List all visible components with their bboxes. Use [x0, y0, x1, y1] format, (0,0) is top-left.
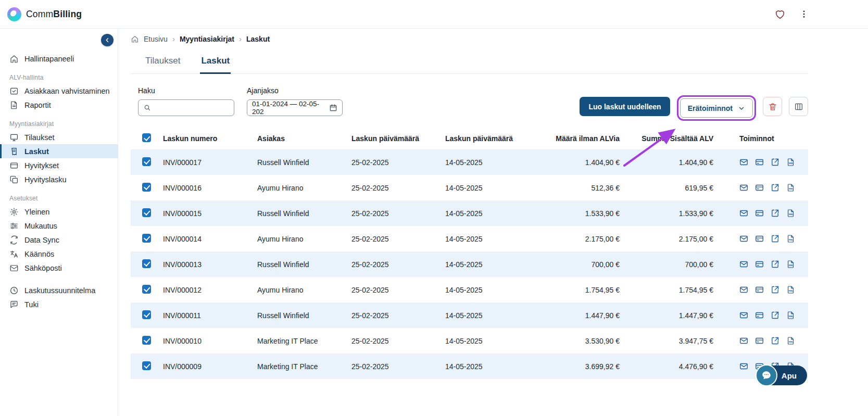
- delete-selected-button[interactable]: [763, 97, 782, 116]
- date-range-value: 01-01-2024 — 02-05-202: [252, 100, 326, 116]
- chat-bubble-button[interactable]: [756, 364, 777, 386]
- sidebar-item-reports[interactable]: Raportit: [0, 98, 118, 112]
- sidebar-item-label: Sähköposti: [24, 264, 62, 272]
- invoice-gross-amount: 1.404,90 €: [625, 158, 719, 167]
- sidebar-section-alv-title: ALV-hallinta: [0, 66, 118, 84]
- row-checkbox[interactable]: [142, 361, 151, 370]
- main-content: Etusivu › Myyntiasiakirjat › Laskut Tila…: [118, 29, 868, 416]
- send-email-icon[interactable]: [739, 183, 748, 192]
- sidebar-item-translation[interactable]: Käännös: [0, 247, 118, 261]
- date-range-field: Ajanjakso 01-01-2024 — 02-05-202: [247, 86, 343, 116]
- breadcrumb-home-link[interactable]: Etusivu: [144, 35, 168, 43]
- download-xml-icon[interactable]: XML: [786, 311, 795, 320]
- download-xml-icon[interactable]: XML: [786, 285, 795, 294]
- payment-card-icon[interactable]: [755, 234, 764, 243]
- invoice-number: INV/000017: [163, 158, 257, 167]
- send-email-icon[interactable]: [739, 285, 748, 294]
- export-document-icon[interactable]: [771, 285, 779, 294]
- select-all-checkbox[interactable]: [142, 133, 151, 142]
- sidebar-item-credit-note[interactable]: Hyvityslasku: [0, 172, 118, 186]
- sidebar-item-dashboard[interactable]: Hallintapaneeli: [0, 52, 118, 66]
- row-checkbox[interactable]: [142, 336, 151, 345]
- download-xml-icon[interactable]: XML: [786, 183, 795, 192]
- row-actions: XML: [719, 260, 808, 269]
- row-actions: XML: [719, 158, 808, 167]
- row-checkbox[interactable]: [142, 234, 151, 243]
- export-document-icon[interactable]: [771, 260, 779, 269]
- row-checkbox[interactable]: [142, 310, 151, 319]
- row-checkbox[interactable]: [142, 259, 151, 268]
- invoice-date: 25-02-2025: [351, 235, 445, 243]
- topbar: CommBilling: [0, 0, 868, 29]
- download-xml-icon[interactable]: XML: [786, 234, 795, 243]
- download-xml-icon[interactable]: XML: [786, 260, 795, 269]
- invoice-gross-amount: 1.447,90 €: [625, 311, 719, 320]
- row-checkbox[interactable]: [142, 157, 151, 166]
- invoice-gross-amount: 619,95 €: [625, 184, 719, 192]
- sidebar-item-label: Käännös: [24, 250, 54, 258]
- payment-card-icon[interactable]: [755, 158, 764, 167]
- payment-card-icon[interactable]: [755, 260, 764, 269]
- invoice-date: 25-02-2025: [351, 337, 445, 345]
- brand[interactable]: CommBilling: [7, 7, 82, 21]
- export-document-icon[interactable]: [771, 183, 779, 192]
- columns-icon: [794, 102, 803, 111]
- row-checkbox[interactable]: [142, 208, 151, 217]
- export-document-icon[interactable]: [771, 209, 779, 218]
- row-checkbox[interactable]: [142, 183, 151, 192]
- recreate-invoices-button[interactable]: Luo laskut uudelleen: [580, 97, 670, 116]
- sidebar-item-credits[interactable]: Hyvitykset: [0, 158, 118, 172]
- send-email-icon[interactable]: [739, 209, 748, 218]
- report-document-icon: [9, 100, 19, 110]
- send-email-icon[interactable]: [739, 311, 748, 320]
- payment-card-icon[interactable]: [755, 336, 764, 345]
- sidebar-item-email-settings[interactable]: Sähköposti: [0, 261, 118, 275]
- payment-card-icon[interactable]: [755, 183, 764, 192]
- payment-card-icon[interactable]: [755, 311, 764, 320]
- download-xml-icon[interactable]: XML: [786, 158, 795, 167]
- download-xml-icon[interactable]: XML: [786, 209, 795, 218]
- help-widget: Apu: [756, 364, 807, 386]
- invoice-customer: Ayumu Hirano: [257, 286, 351, 294]
- sidebar-item-billing-plan[interactable]: Laskutussuunnitelma: [0, 283, 118, 297]
- date-range-input[interactable]: 01-01-2024 — 02-05-202: [247, 99, 343, 116]
- sidebar-item-invoices[interactable]: Laskut: [0, 144, 118, 158]
- send-email-icon[interactable]: [739, 260, 748, 269]
- export-document-icon[interactable]: [771, 336, 779, 345]
- payment-card-icon[interactable]: [755, 209, 764, 218]
- export-document-icon[interactable]: [771, 311, 779, 320]
- sidebar-item-support[interactable]: Tuki: [0, 297, 118, 311]
- breadcrumb-sales-documents-link[interactable]: Myyntiasiakirjat: [180, 35, 234, 43]
- sidebar-item-customization[interactable]: Mukautus: [0, 219, 118, 233]
- invoice-due-date: 14-05-2025: [445, 184, 539, 192]
- send-email-icon[interactable]: [739, 234, 748, 243]
- payment-card-icon[interactable]: [755, 285, 764, 294]
- search-input[interactable]: [155, 103, 229, 112]
- column-settings-button[interactable]: [789, 97, 808, 116]
- export-document-icon[interactable]: [771, 158, 779, 167]
- tab-orders[interactable]: Tilaukset: [144, 52, 181, 73]
- row-checkbox[interactable]: [142, 285, 151, 294]
- favorites-heart-icon[interactable]: [774, 8, 786, 20]
- export-document-icon[interactable]: [771, 234, 779, 243]
- sidebar-collapse-button[interactable]: [101, 34, 114, 46]
- table-row: INV/000013 Russell Winfield 25-02-2025 1…: [131, 251, 808, 277]
- sidebar-item-data-sync[interactable]: Data Sync: [0, 233, 118, 247]
- table-row: INV/000012 Ayumu Hirano 25-02-2025 14-05…: [131, 277, 808, 302]
- overflow-menu-icon[interactable]: [799, 9, 809, 19]
- tab-invoices[interactable]: Laskut: [200, 52, 231, 74]
- sidebar-item-label: Asiakkaan vahvistaminen: [24, 87, 110, 95]
- invoice-due-date: 14-05-2025: [445, 235, 539, 243]
- send-email-icon[interactable]: [739, 336, 748, 345]
- sidebar-item-orders[interactable]: Tilaukset: [0, 130, 118, 144]
- sidebar-item-general[interactable]: Yleinen: [0, 205, 118, 219]
- send-email-icon[interactable]: [739, 362, 748, 371]
- batch-actions-button[interactable]: Erätoiminnot: [680, 98, 753, 118]
- invoice-number: INV/000009: [163, 362, 257, 371]
- clock-icon: [9, 286, 19, 295]
- toolbar-actions: Luo laskut uudelleen Erätoiminnot: [580, 95, 808, 116]
- download-xml-icon[interactable]: XML: [786, 336, 795, 345]
- invoice-net-amount: 1.404,90 €: [539, 158, 625, 167]
- send-email-icon[interactable]: [739, 158, 748, 167]
- sidebar-item-customer-verification[interactable]: Asiakkaan vahvistaminen: [0, 84, 118, 98]
